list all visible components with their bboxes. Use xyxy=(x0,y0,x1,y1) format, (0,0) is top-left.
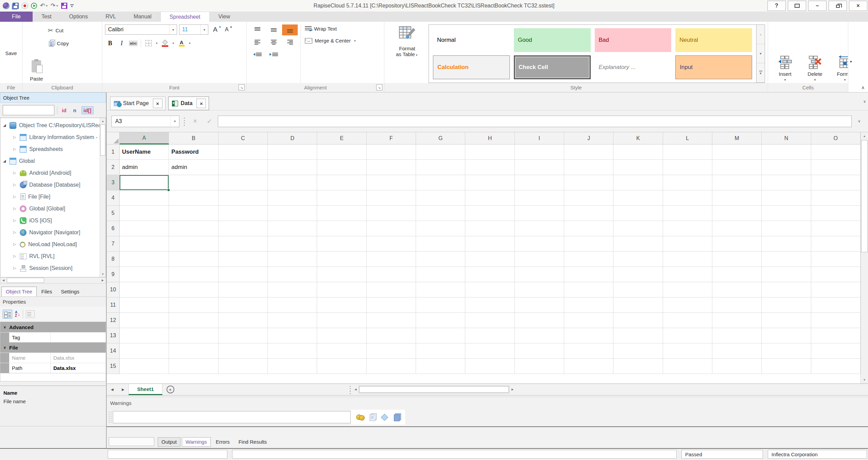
cell-n6[interactable] xyxy=(762,221,811,236)
cell-e15[interactable] xyxy=(317,359,366,374)
row-header-11[interactable]: 11 xyxy=(107,297,120,313)
cell-h4[interactable] xyxy=(465,190,515,206)
cell-n2[interactable] xyxy=(762,160,811,175)
cell-d1[interactable] xyxy=(268,144,317,160)
row-header-9[interactable]: 9 xyxy=(107,267,120,282)
column-header-o[interactable]: O xyxy=(811,132,861,144)
cell-b1[interactable]: Password xyxy=(169,144,218,160)
record-icon[interactable] xyxy=(22,3,28,9)
chevron-down-icon[interactable] xyxy=(353,39,357,42)
cell-o15[interactable] xyxy=(811,359,861,374)
formula-input[interactable] xyxy=(218,116,852,127)
doc-tab-start-page[interactable]: Start Page xyxy=(110,97,166,110)
tree-item-ios-ios[interactable]: iOS [iOS] xyxy=(0,215,100,226)
cell-b7[interactable] xyxy=(169,236,218,252)
tree-item-database-database[interactable]: Database [Database] xyxy=(0,179,100,191)
object-tree-search-input[interactable] xyxy=(3,105,54,115)
cell-j8[interactable] xyxy=(564,252,613,267)
cell-n4[interactable] xyxy=(762,190,811,206)
cell-h10[interactable] xyxy=(465,282,515,297)
column-header-e[interactable]: E xyxy=(317,132,366,144)
add-sheet-button[interactable] xyxy=(162,384,178,395)
expand-arrow-icon[interactable] xyxy=(13,183,18,187)
close-tab-icon[interactable] xyxy=(196,99,206,108)
cell-k2[interactable] xyxy=(613,160,663,175)
expand-arrow-icon[interactable] xyxy=(13,218,18,223)
cell-b3[interactable] xyxy=(169,175,218,190)
row-header-7[interactable]: 7 xyxy=(107,236,120,252)
expand-formula-bar-icon[interactable] xyxy=(854,116,864,127)
cell-n5[interactable] xyxy=(762,206,811,221)
cell-m6[interactable] xyxy=(712,221,762,236)
sheet-tab-sheet1[interactable]: Sheet1 xyxy=(128,384,162,395)
expand-arrow-icon[interactable] xyxy=(13,254,18,258)
cell-l3[interactable] xyxy=(663,175,712,190)
fill-color-button[interactable] xyxy=(160,38,170,48)
categorized-view-icon[interactable] xyxy=(3,310,12,319)
font-size-select[interactable]: 11 xyxy=(179,24,208,35)
cell-b11[interactable] xyxy=(169,297,218,313)
cell-n7[interactable] xyxy=(762,236,811,252)
collapse-arrow-icon[interactable] xyxy=(3,123,8,127)
cell-a3[interactable] xyxy=(120,175,169,190)
cell-e3[interactable] xyxy=(317,175,366,190)
chevron-down-icon[interactable] xyxy=(201,25,208,34)
property-category-advanced[interactable]: Advanced xyxy=(0,322,106,332)
cell-o6[interactable] xyxy=(811,221,861,236)
cell-l12[interactable] xyxy=(663,313,712,328)
cell-k10[interactable] xyxy=(613,282,663,297)
collapse-ribbon-icon[interactable] xyxy=(861,85,865,90)
cell-m2[interactable] xyxy=(712,160,762,175)
cell-i12[interactable] xyxy=(515,313,564,328)
cell-b9[interactable] xyxy=(169,267,218,282)
cell-m5[interactable] xyxy=(712,206,762,221)
scroll-up-icon[interactable] xyxy=(100,118,106,124)
tree-item-neoload-neoload[interactable]: NeoLoad [NeoLoad] xyxy=(0,238,100,250)
tree-item-object-tree-c-repository-lisreactbo[interactable]: Object Tree C:\Repository\LISReactBo xyxy=(0,119,100,131)
cell-o2[interactable] xyxy=(811,160,861,175)
cell-k14[interactable] xyxy=(613,343,663,359)
cell-d11[interactable] xyxy=(268,297,317,313)
align-left-button[interactable] xyxy=(249,37,265,48)
cell-o1[interactable] xyxy=(811,144,861,160)
column-header-n[interactable]: N xyxy=(762,132,811,144)
gallery-scroll-up-icon[interactable] xyxy=(757,25,765,44)
cell-b13[interactable] xyxy=(169,328,218,343)
align-right-button[interactable] xyxy=(282,37,298,48)
cell-b8[interactable] xyxy=(169,252,218,267)
cell-m13[interactable] xyxy=(712,328,762,343)
chevron-down-icon[interactable] xyxy=(169,25,177,34)
cell-k13[interactable] xyxy=(613,328,663,343)
scrollbar-thumb[interactable] xyxy=(861,140,868,252)
cell-o9[interactable] xyxy=(811,267,861,282)
cell-g9[interactable] xyxy=(416,267,465,282)
cell-l2[interactable] xyxy=(663,160,712,175)
cell-a5[interactable] xyxy=(120,206,169,221)
cell-g5[interactable] xyxy=(416,206,465,221)
column-header-j[interactable]: J xyxy=(564,132,613,144)
cell-g8[interactable] xyxy=(416,252,465,267)
property-value[interactable]: Data.xlsx xyxy=(51,353,106,363)
cell-f1[interactable] xyxy=(367,144,416,160)
cell-h14[interactable] xyxy=(465,343,515,359)
cell-e2[interactable] xyxy=(317,160,366,175)
cell-g15[interactable] xyxy=(416,359,465,374)
cell-a13[interactable] xyxy=(120,328,169,343)
cell-d2[interactable] xyxy=(268,160,317,175)
ribbon-tab-options[interactable]: Options xyxy=(60,12,97,22)
tree-item-android-android[interactable]: Android [Android] xyxy=(0,167,100,179)
paste-button[interactable]: Paste xyxy=(30,24,43,83)
cell-k3[interactable] xyxy=(613,175,663,190)
align-bottom-button[interactable] xyxy=(282,24,298,35)
cell-g10[interactable] xyxy=(416,282,465,297)
grid-vertical-scrollbar[interactable] xyxy=(861,132,868,384)
column-header-i[interactable]: I xyxy=(515,132,564,144)
cell-i13[interactable] xyxy=(515,328,564,343)
cell-i1[interactable] xyxy=(515,144,564,160)
cell-j9[interactable] xyxy=(564,267,613,282)
merge-center-button[interactable]: Merge & Center xyxy=(305,38,357,44)
increase-font-size-button[interactable]: A xyxy=(210,26,220,33)
scrollbar-thumb[interactable] xyxy=(359,386,509,393)
cell-i3[interactable] xyxy=(515,175,564,190)
row-header-4[interactable]: 4 xyxy=(107,190,120,206)
